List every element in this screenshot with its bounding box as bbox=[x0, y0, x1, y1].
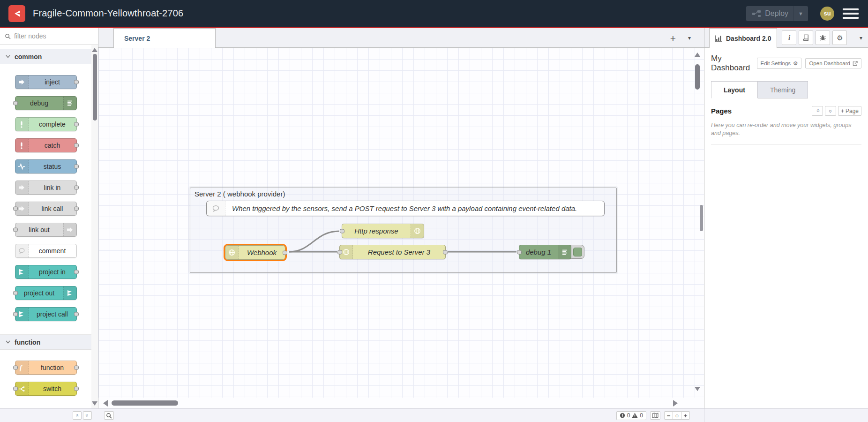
zoom-in-button[interactable]: + bbox=[681, 411, 690, 420]
open-dashboard-button[interactable]: Open Dashboard bbox=[805, 58, 861, 68]
minimap-toggle-button[interactable] bbox=[650, 411, 660, 420]
output-port[interactable] bbox=[283, 250, 287, 255]
zoom-reset-button[interactable]: ○ bbox=[673, 411, 681, 420]
node-palette: commoninjectdebugcompletecatchstatuslink… bbox=[0, 28, 98, 408]
palette-node-project-call[interactable]: project call bbox=[15, 307, 77, 321]
palette-expand-all-button[interactable]: » bbox=[83, 411, 92, 420]
canvas-scroll-left-icon[interactable] bbox=[103, 400, 108, 407]
flow-list-caret[interactable]: ▾ bbox=[688, 35, 691, 41]
node-debug-1[interactable]: debug 1 bbox=[519, 245, 571, 259]
input-port[interactable] bbox=[13, 228, 18, 232]
input-port[interactable] bbox=[517, 250, 522, 254]
info-tab-button[interactable]: i bbox=[782, 30, 796, 45]
canvas-scroll-down-icon[interactable] bbox=[695, 387, 700, 391]
comment-text: When triggered by the sensors, send a PO… bbox=[225, 204, 577, 212]
palette-node-catch[interactable]: catch bbox=[15, 138, 77, 152]
input-port[interactable] bbox=[13, 291, 18, 295]
canvas-hscroll-thumb[interactable] bbox=[112, 400, 178, 406]
palette-node-link-out[interactable]: link out bbox=[15, 223, 77, 237]
tab-server-2[interactable]: Server 2 bbox=[113, 28, 216, 48]
search-flows-button[interactable] bbox=[104, 411, 114, 420]
palette-category-function[interactable]: function bbox=[0, 334, 91, 350]
palette-node-label: catch bbox=[29, 142, 76, 149]
output-port[interactable] bbox=[74, 207, 79, 211]
error-circle-icon bbox=[620, 413, 625, 418]
output-port[interactable] bbox=[443, 250, 448, 254]
zoom-out-button[interactable]: − bbox=[664, 411, 673, 420]
palette-node-switch[interactable]: switch bbox=[15, 382, 77, 396]
sidebar-menu-caret[interactable]: ▾ bbox=[860, 35, 862, 41]
move-page-up-button[interactable]: » bbox=[812, 106, 823, 116]
palette-node-project-in[interactable]: project in bbox=[15, 265, 77, 279]
palette-node-label: project in bbox=[29, 268, 76, 276]
palette-scroll-up-icon[interactable] bbox=[92, 48, 97, 52]
output-port[interactable] bbox=[74, 387, 79, 391]
node-request-to-server-3[interactable]: Request to Server 3 bbox=[339, 245, 446, 259]
workspace-column: Server 2 + ▾ Server 2 ( webhook provider… bbox=[98, 28, 704, 408]
debug-bug-button[interactable] bbox=[816, 30, 830, 45]
footer: » » 0 0 − ○ + bbox=[0, 408, 868, 422]
palette-scrollbar[interactable] bbox=[91, 45, 98, 408]
tab-layout[interactable]: Layout bbox=[711, 81, 758, 98]
move-page-down-button[interactable]: » bbox=[825, 106, 836, 116]
input-port[interactable] bbox=[13, 366, 18, 370]
chevron-double-up-icon: » bbox=[814, 109, 821, 112]
palette-node-function[interactable]: ffunction bbox=[15, 361, 77, 375]
flow-canvas[interactable]: Server 2 ( webhook provider) When trigge… bbox=[98, 48, 704, 398]
add-page-button[interactable]: + Page bbox=[838, 106, 861, 116]
palette-scrollbar-thumb[interactable] bbox=[93, 54, 97, 121]
palette-scroll-down-icon[interactable] bbox=[92, 401, 97, 406]
node-webhook[interactable]: Webhook bbox=[225, 245, 285, 260]
main-menu-button[interactable] bbox=[843, 8, 859, 19]
notifications-counter[interactable]: 0 0 bbox=[616, 411, 646, 420]
deploy-button[interactable]: Deploy ▼ bbox=[746, 6, 808, 21]
canvas-scroll-right-icon[interactable] bbox=[673, 400, 678, 407]
palette-node-debug[interactable]: debug bbox=[15, 96, 77, 110]
output-port[interactable] bbox=[74, 186, 79, 190]
palette-node-label: link in bbox=[29, 184, 76, 191]
palette-filter-input[interactable] bbox=[14, 32, 80, 40]
exclamation-icon bbox=[15, 139, 29, 152]
comment-node[interactable]: When triggered by the sensors, send a PO… bbox=[206, 201, 605, 216]
palette-node-comment[interactable]: comment bbox=[15, 244, 77, 258]
input-port[interactable] bbox=[13, 387, 18, 391]
add-flow-button[interactable]: + bbox=[670, 33, 676, 43]
output-port[interactable] bbox=[74, 270, 79, 274]
group-title: Server 2 ( webhook provider) bbox=[195, 190, 285, 198]
canvas-vscroll-thumb[interactable] bbox=[695, 64, 700, 90]
input-port[interactable] bbox=[337, 250, 342, 254]
node-label: Request to Server 3 bbox=[353, 248, 445, 256]
output-port[interactable] bbox=[74, 312, 79, 316]
canvas-scroll-up-icon[interactable] bbox=[695, 53, 700, 57]
palette-node-label: comment bbox=[29, 247, 76, 255]
palette-node-link-call[interactable]: link call bbox=[15, 202, 77, 216]
input-port[interactable] bbox=[13, 312, 18, 316]
input-port[interactable] bbox=[13, 207, 18, 211]
input-port[interactable] bbox=[13, 101, 18, 106]
palette-node-project-out[interactable]: project out bbox=[15, 286, 77, 300]
output-port[interactable] bbox=[74, 165, 79, 169]
input-port[interactable] bbox=[340, 229, 344, 233]
palette-node-status[interactable]: status bbox=[15, 159, 77, 173]
palette-category-common[interactable]: common bbox=[0, 49, 91, 64]
palette-node-inject[interactable]: inject bbox=[15, 75, 77, 89]
canvas-horizontal-scrollbar[interactable] bbox=[98, 398, 704, 408]
palette-node-complete[interactable]: complete bbox=[15, 117, 77, 131]
user-avatar[interactable]: su bbox=[820, 7, 834, 21]
palette-collapse-all-button[interactable]: » bbox=[73, 411, 82, 420]
output-port[interactable] bbox=[74, 122, 79, 127]
config-gear-button[interactable]: ⚙ bbox=[832, 30, 847, 45]
debug-list-icon bbox=[63, 97, 76, 110]
output-port[interactable] bbox=[74, 80, 79, 84]
palette-node-link-in[interactable]: link in bbox=[15, 181, 77, 195]
help-book-button[interactable] bbox=[799, 30, 813, 45]
edit-settings-button[interactable]: Edit Settings ⚙ bbox=[757, 58, 802, 69]
tab-theming[interactable]: Theming bbox=[758, 81, 808, 98]
palette-filter-row bbox=[0, 28, 98, 45]
output-port[interactable] bbox=[74, 143, 79, 148]
tab-dashboard-2[interactable]: Dashboard 2.0 bbox=[709, 28, 777, 48]
deploy-options-caret[interactable]: ▼ bbox=[793, 6, 808, 21]
node-http-response[interactable]: Http response bbox=[342, 224, 424, 238]
output-port[interactable] bbox=[74, 366, 79, 370]
sidebar-resize-handle[interactable] bbox=[700, 205, 703, 231]
